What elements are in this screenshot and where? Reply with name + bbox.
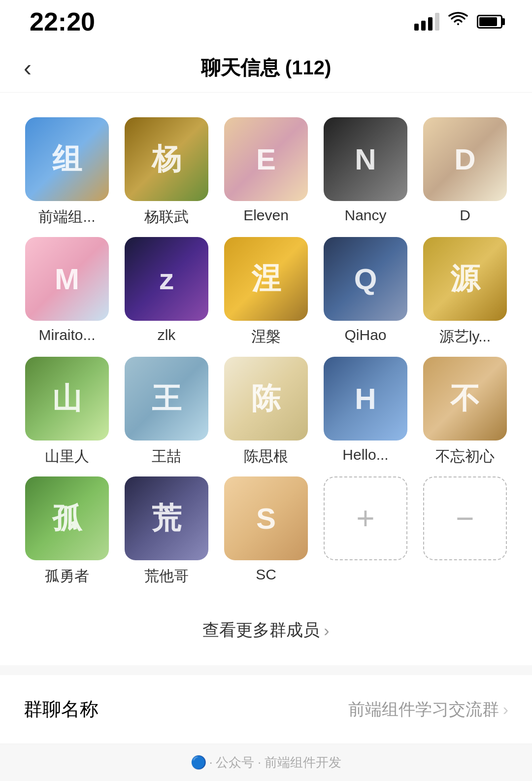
group-name-row[interactable]: 群聊名称 前端组件学习交流群 › [0, 675, 532, 744]
group-name-label: 群聊名称 [24, 697, 99, 722]
member-name: 不忘初心 [435, 446, 495, 467]
watermark: 🔵 · 公众号 · 前端组件开发 [0, 744, 532, 781]
watermark-icon: 🔵 [191, 755, 206, 770]
remove-member-button[interactable]: − [423, 476, 507, 560]
page-title: 聊天信息 (112) [201, 54, 332, 81]
member-item[interactable]: DD [418, 117, 512, 227]
member-name: Miraito... [38, 327, 95, 343]
member-item[interactable]: 王王喆 [119, 357, 214, 467]
avatar: 孤 [25, 476, 109, 560]
wifi-icon [448, 11, 468, 33]
divider [0, 665, 532, 675]
member-name: 前端组... [38, 207, 95, 227]
member-item[interactable]: 源源艺ly... [418, 237, 512, 347]
member-grid: 组前端组...杨杨联武EElevenNNancyDDMMiraito...zzl… [20, 112, 512, 601]
status-bar: 22:20 [0, 0, 532, 43]
member-name: Hello... [342, 446, 388, 463]
member-item[interactable]: QQiHao [318, 237, 413, 347]
member-item[interactable]: HHello... [318, 357, 413, 467]
status-time: 22:20 [30, 7, 95, 36]
member-name: D [460, 207, 470, 224]
avatar: 不 [423, 357, 507, 441]
view-more-row[interactable]: 查看更多群成员 › [20, 601, 512, 665]
member-name: 杨联武 [144, 207, 189, 227]
avatar: 荒 [125, 476, 208, 560]
member-item[interactable]: 组前端组... [20, 117, 114, 227]
member-item[interactable]: MMiraito... [20, 237, 114, 347]
member-item[interactable]: 杨杨联武 [119, 117, 214, 227]
avatar: z [125, 237, 208, 321]
member-name: QiHao [344, 327, 386, 343]
avatar: Q [324, 237, 407, 321]
member-name: Nancy [344, 207, 386, 224]
status-icons [414, 11, 502, 33]
member-name: 孤勇者 [45, 566, 89, 586]
avatar: H [324, 357, 407, 441]
avatar: 陈 [224, 357, 308, 441]
main-content: 组前端组...杨杨联武EElevenNNancyDDMMiraito...zzl… [0, 93, 532, 665]
member-name: 山里人 [45, 446, 89, 467]
add-member-item[interactable]: + [318, 476, 413, 586]
back-button[interactable]: ‹ [24, 54, 32, 81]
member-name: 荒他哥 [144, 566, 189, 586]
member-item[interactable]: EEleven [219, 117, 313, 227]
group-name-value-wrap: 前端组件学习交流群 › [348, 698, 508, 721]
avatar: 涅 [224, 237, 308, 321]
member-item[interactable]: 涅涅槃 [219, 237, 313, 347]
watermark-dot: · [209, 755, 213, 770]
member-name: SC [256, 566, 276, 583]
avatar: 杨 [125, 117, 208, 201]
add-member-button[interactable]: + [324, 476, 407, 560]
avatar: M [25, 237, 109, 321]
view-more-arrow: › [324, 621, 329, 640]
member-name: 源艺ly... [439, 327, 491, 347]
member-item[interactable]: SSC [219, 476, 313, 586]
page-header: ‹ 聊天信息 (112) [0, 43, 532, 93]
avatar: N [324, 117, 407, 201]
signal-icon [414, 13, 439, 31]
member-item[interactable]: 不不忘初心 [418, 357, 512, 467]
member-item[interactable]: NNancy [318, 117, 413, 227]
avatar: 组 [25, 117, 109, 201]
member-name: 王喆 [152, 446, 181, 467]
member-name: Eleven [243, 207, 289, 224]
avatar: S [224, 476, 308, 560]
member-name: 涅槃 [251, 327, 281, 347]
battery-icon [477, 15, 502, 29]
view-more-label: 查看更多群成员 [202, 619, 320, 642]
member-item[interactable]: 孤孤勇者 [20, 476, 114, 586]
avatar: 山 [25, 357, 109, 441]
avatar: 源 [423, 237, 507, 321]
member-item[interactable]: zzlk [119, 237, 214, 347]
group-name-value: 前端组件学习交流群 [348, 698, 499, 721]
avatar: D [423, 117, 507, 201]
avatar: E [224, 117, 308, 201]
member-item[interactable]: 陈陈思根 [219, 357, 313, 467]
remove-member-item[interactable]: − [418, 476, 512, 586]
member-name: zlk [158, 327, 176, 343]
member-name: 陈思根 [244, 446, 288, 467]
settings-arrow: › [503, 700, 508, 719]
member-item[interactable]: 荒荒他哥 [119, 476, 214, 586]
watermark-text: 公众号 · 前端组件开发 [216, 754, 342, 771]
avatar: 王 [125, 357, 208, 441]
member-item[interactable]: 山山里人 [20, 357, 114, 467]
